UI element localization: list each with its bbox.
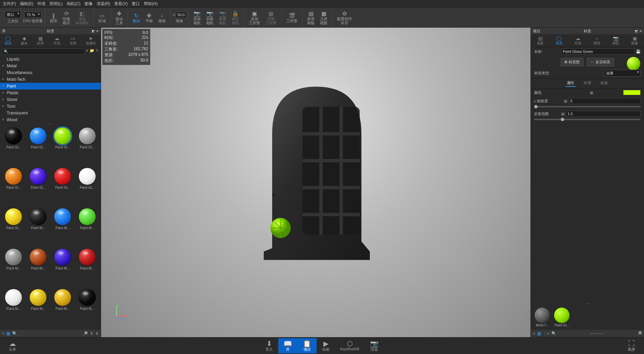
project-tab-照明[interactable]: ☼照明 <box>592 35 602 46</box>
import-button[interactable]: ⬇导入 <box>260 338 278 353</box>
material-thumb[interactable]: Paint Gl... <box>75 168 99 207</box>
move-tool-button[interactable]: ✥移动 工具 <box>113 9 126 26</box>
close-icon[interactable]: ✕ <box>96 29 99 33</box>
material-thumb[interactable]: Paint M... <box>51 289 74 328</box>
menu-env[interactable]: 环境 <box>37 1 45 7</box>
geom-view-button[interactable]: ▦几何 视图 <box>317 9 330 26</box>
material-thumb[interactable]: Paint Gl... <box>51 168 74 207</box>
tree-item-paint[interactable]: Paint <box>0 83 101 90</box>
cloud-library-button[interactable]: ☁云库 <box>3 338 22 353</box>
menu-lighting[interactable]: 照明(L) <box>50 1 63 7</box>
grid-view-icon[interactable]: ▦ <box>537 331 541 336</box>
pause-button[interactable]: ‖暂停 <box>47 11 60 24</box>
tree-item-liquids[interactable]: Liquids <box>0 56 101 63</box>
roughness-input[interactable] <box>569 98 641 104</box>
search-icon[interactable]: 🔍 <box>12 331 17 336</box>
material-thumb[interactable]: Paint M... <box>51 208 74 247</box>
material-name-input[interactable] <box>561 48 635 55</box>
download-icon[interactable]: ⬇ <box>95 331 99 336</box>
matgraph-button[interactable]: 材质图 <box>561 58 583 66</box>
workspace-dropdown[interactable]: 默认 <box>5 11 21 18</box>
library-button[interactable]: 📖库 <box>278 338 297 353</box>
subtab-properties[interactable]: 属性 <box>566 80 576 87</box>
tree-item-wood[interactable]: Wood <box>0 116 101 123</box>
material-thumb[interactable]: Paint Gl... <box>2 127 25 166</box>
menu-window[interactable]: 窗口 <box>132 1 140 7</box>
tree-view-icon[interactable]: ⋮≡ <box>543 331 549 336</box>
project-tab-环境[interactable]: ☁环境 <box>573 35 583 46</box>
library-tab-材质[interactable]: ◯材质 <box>3 35 13 46</box>
scene-material-thumb[interactable]: Mold-T... <box>534 307 550 327</box>
library-tab-环境[interactable]: ☁环境 <box>52 35 62 46</box>
pan-button[interactable]: ✥平移 <box>143 11 156 24</box>
material-thumb[interactable]: Paint Gl... <box>27 127 50 166</box>
material-thumb[interactable]: Paint M... <box>75 248 99 287</box>
reset-camera-button[interactable]: 📷重置 相机 <box>216 9 229 26</box>
tumble-button[interactable]: ↻翻滚 <box>130 11 143 24</box>
close-icon[interactable]: ✕ <box>639 29 642 33</box>
switch-camera-button[interactable]: 📷切换 相机 <box>203 9 216 26</box>
add-camera-button[interactable]: 📷添加 相机 <box>191 9 203 26</box>
multilayer-button[interactable]: ← 多层材质 <box>587 58 614 66</box>
material-thumb[interactable]: Paint M... <box>2 248 25 287</box>
region-button[interactable]: ▭区域 <box>96 11 108 24</box>
zoom-out-icon[interactable]: 🔎 <box>83 331 88 336</box>
perf-mode-button[interactable]: ⟳性能 模式 <box>60 9 73 26</box>
material-thumb[interactable]: Paint Gl... <box>2 168 25 207</box>
save-icon[interactable]: 💾 <box>636 49 641 54</box>
project-tab-场景[interactable]: ▤场景 <box>536 35 545 46</box>
texture-map-icon[interactable]: ▦ <box>564 99 567 103</box>
undock-icon[interactable]: ◩ <box>635 29 638 33</box>
material-thumb[interactable]: Paint M... <box>27 289 50 328</box>
material-thumb[interactable]: Paint Gl... <box>27 168 50 207</box>
lock-camera-button[interactable]: 🔒锁定 相机 <box>229 9 242 26</box>
material-preview-sphere[interactable] <box>626 57 641 71</box>
tree-item-plastic[interactable]: Plastic <box>0 90 101 96</box>
color-swatch[interactable] <box>623 90 641 95</box>
material-thumb[interactable]: Paint Gl... <box>51 127 74 166</box>
list-view-icon[interactable]: ≡ <box>2 331 4 336</box>
menu-edit[interactable]: 编辑(E) <box>20 1 33 7</box>
search-icon[interactable]: 🔍 <box>551 331 556 336</box>
render-button[interactable]: 📷渲染 <box>365 338 384 353</box>
screenshot-button[interactable]: ⛶截屏 <box>622 338 641 353</box>
render-viewport[interactable]: FPS:9.0时间:22s采样值:12三角形:162,782资源:1079 x … <box>101 28 530 337</box>
zoom-dropdown[interactable]: 75 % <box>24 12 41 18</box>
tree-item-stone[interactable]: Stone <box>0 96 101 103</box>
project-tab-图像[interactable]: ▣图像 <box>630 35 639 46</box>
keyshotxr-button[interactable]: ⬡KeyShotXR <box>335 338 365 353</box>
zoom-icon[interactable]: 🔎 <box>637 331 642 336</box>
config-wizard-button[interactable]: ⚙配置程序 向导 <box>334 9 355 26</box>
project-tab-材质[interactable]: ◯材质 <box>554 35 564 46</box>
add-studio-button[interactable]: ▣添加 工作室 <box>246 9 263 26</box>
refresh-icon[interactable]: ↻ <box>96 48 99 55</box>
nurbs-button[interactable]: ◧渲染 NURBS <box>73 9 91 26</box>
tree-item-toon[interactable]: Toon <box>0 103 101 110</box>
menu-help[interactable]: 帮助(H) <box>144 1 158 7</box>
studio-button[interactable]: 🎬工作室 <box>284 11 300 24</box>
material-thumb[interactable]: Paint M... <box>27 208 50 247</box>
texture-map-icon[interactable]: ▦ <box>590 91 593 95</box>
library-tab-纹理[interactable]: ▦纹理 <box>36 35 45 46</box>
material-thumb[interactable]: Paint M... <box>75 289 99 328</box>
tree-item-translucent[interactable]: Translucent <box>0 110 101 116</box>
search-input[interactable] <box>2 48 85 55</box>
material-thumb[interactable]: Paint Gl... <box>75 127 99 166</box>
menu-file[interactable]: 文件(F) <box>3 1 16 7</box>
material-thumb[interactable]: Paint M... <box>27 248 50 287</box>
material-thumb[interactable]: Paint M... <box>2 289 25 328</box>
menu-camera[interactable]: 相机(C) <box>67 1 80 7</box>
material-thumb[interactable]: Paint M... <box>75 208 99 247</box>
scene-material-thumb[interactable]: Paint Gl... <box>554 307 570 327</box>
menu-view[interactable]: 查看(V) <box>114 1 128 7</box>
tree-item-metal[interactable]: Metal <box>0 63 101 69</box>
mat-template-button[interactable]: ▤材质 模板 <box>304 9 317 26</box>
list-view-icon[interactable]: ≡ <box>533 331 535 336</box>
grid-view-icon[interactable]: ▦ <box>6 331 10 336</box>
ior-input[interactable] <box>566 111 641 117</box>
texture-map-icon[interactable]: ▦ <box>561 112 565 116</box>
mattype-dropdown[interactable]: 油漆 <box>604 70 641 77</box>
dolly-button[interactable]: ↓推移 <box>156 11 168 24</box>
subtab-texture[interactable]: 纹理 <box>582 80 592 87</box>
roughness-slider[interactable] <box>534 106 641 107</box>
